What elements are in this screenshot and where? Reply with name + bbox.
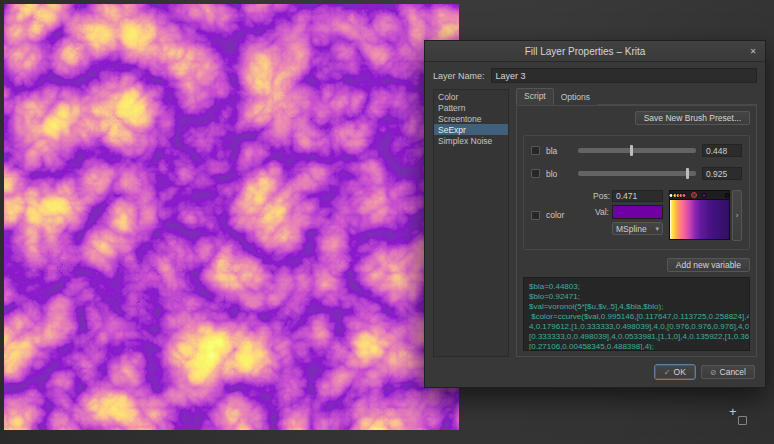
blo-slider[interactable] xyxy=(578,168,696,179)
val-label: Val: xyxy=(593,207,609,217)
list-item-simplex-noise[interactable]: Simplex Noise xyxy=(434,135,508,146)
krita-canvas[interactable] xyxy=(4,4,459,430)
gradient-stop[interactable] xyxy=(701,193,706,198)
list-item-screentone[interactable]: Screentone xyxy=(434,113,508,124)
plasma-noise-image xyxy=(4,4,459,430)
tab-bar-filler xyxy=(597,89,757,105)
gradient-bar[interactable] xyxy=(669,199,730,240)
bla-slider-groove xyxy=(578,148,696,153)
variable-row-bla: bla 0.448 xyxy=(531,144,742,157)
layer-name-label: Layer Name: xyxy=(433,71,485,81)
dialog-body: Layer Name: Layer 3 ColorPatternScreento… xyxy=(425,62,765,357)
add-new-variable-button[interactable]: Add new variable xyxy=(667,258,750,272)
dialog-title: Fill Layer Properties – Krita xyxy=(425,46,745,57)
interpolation-value: MSpline xyxy=(616,224,647,234)
color-checkbox[interactable] xyxy=(531,211,540,220)
close-icon[interactable]: ✕ xyxy=(745,44,761,58)
gradient-next-button[interactable]: › xyxy=(732,190,742,241)
chevron-down-icon: ▾ xyxy=(655,225,659,233)
gradient-editor: › xyxy=(669,190,742,241)
dialog-titlebar[interactable]: Fill Layer Properties – Krita ✕ xyxy=(425,41,765,62)
tab-script[interactable]: Script xyxy=(516,88,554,105)
blo-slider-groove xyxy=(578,171,696,176)
save-new-brush-preset-button[interactable]: Save New Brush Preset... xyxy=(635,111,750,125)
blo-label: blo xyxy=(546,169,572,179)
variable-row-blo: blo 0.925 xyxy=(531,167,742,180)
script-editor[interactable]: $bla=0.44803;$blo=0.92471;$val=voronoi(5… xyxy=(523,277,750,351)
gradient-stop-strip[interactable] xyxy=(669,190,730,199)
gradient-stop[interactable] xyxy=(725,193,730,198)
list-item-pattern[interactable]: Pattern xyxy=(434,102,508,113)
script-tab-pane: Save New Brush Preset... bla 0.448 xyxy=(516,105,757,357)
bla-label: bla xyxy=(546,146,572,156)
bla-value-field[interactable]: 0.448 xyxy=(702,144,742,157)
bla-checkbox[interactable] xyxy=(531,146,540,155)
list-item-color[interactable]: Color xyxy=(434,91,508,102)
seexpr-pane: Script Options Save New Brush Preset... … xyxy=(516,89,757,357)
desktop: { "desktop": { "canvas": { "description"… xyxy=(0,0,774,444)
pos-input[interactable]: 0.471 xyxy=(612,190,663,202)
mouse-cursor: + xyxy=(729,406,763,436)
fill-layer-properties-dialog: Fill Layer Properties – Krita ✕ Layer Na… xyxy=(424,40,766,388)
tab-bar: Script Options xyxy=(516,89,757,105)
ok-button-label: OK xyxy=(674,367,686,377)
dialog-footer: ✓ OK ⊘ Cancel xyxy=(425,357,765,387)
layer-name-input[interactable]: Layer 3 xyxy=(491,68,757,83)
color-value-swatch[interactable] xyxy=(612,205,663,219)
variables-group: bla 0.448 blo xyxy=(523,135,750,250)
check-icon: ✓ xyxy=(664,368,671,377)
blo-value-field[interactable]: 0.925 xyxy=(702,167,742,180)
crosshair-icon: + xyxy=(729,406,737,418)
bla-slider[interactable] xyxy=(578,145,696,156)
cancel-icon: ⊘ xyxy=(710,368,717,377)
tab-options[interactable]: Options xyxy=(554,90,597,105)
generator-list: ColorPatternScreentoneSeExprSimplex Nois… xyxy=(433,89,509,357)
tool-box-icon xyxy=(738,416,747,425)
cancel-button[interactable]: ⊘ Cancel xyxy=(701,365,755,379)
ok-button[interactable]: ✓ OK xyxy=(655,365,695,379)
bla-slider-handle[interactable] xyxy=(630,145,633,156)
blo-checkbox[interactable] xyxy=(531,169,540,178)
variable-row-color: color Pos: 0.471 Val: xyxy=(531,190,742,241)
list-item-seexpr[interactable]: SeExpr xyxy=(434,124,508,135)
blo-slider-handle[interactable] xyxy=(686,168,689,179)
pos-label: Pos: xyxy=(593,191,609,201)
cancel-button-label: Cancel xyxy=(720,367,746,377)
color-label: color xyxy=(546,210,572,220)
gradient-stop-selected[interactable] xyxy=(691,192,697,198)
interpolation-dropdown[interactable]: MSpline ▾ xyxy=(612,222,663,235)
gradient-stop[interactable] xyxy=(681,193,686,198)
